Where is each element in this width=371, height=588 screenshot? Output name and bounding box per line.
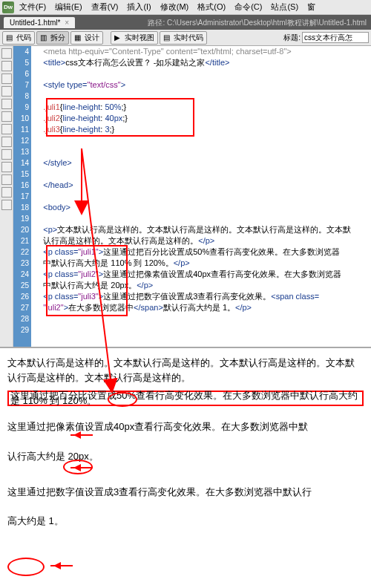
view-toolbar: ▤代码 ▥拆分 ▦设计 ▶实时视图 ▤实时代码 标题: [0, 30, 371, 46]
document-tab[interactable]: Untitled-1.html* × [4, 17, 75, 28]
menu-bar: Dw 文件(F) 编辑(E) 查看(V) 插入(I) 修改(M) 格式(O) 命… [0, 0, 371, 15]
split-view-button[interactable]: ▥拆分 [36, 31, 69, 45]
code-line: </head> [34, 180, 371, 191]
preview-p-default: 文本默认行高是这样的。文本默认行高是这样的。文本默认行高是这样的。文本默认行高是… [7, 356, 364, 385]
code-line: <body> [34, 202, 371, 213]
tool-icon[interactable] [1, 61, 12, 71]
annotation-box: 这里通过把百分比设置成50%查看行高变化效果。在大多数浏览器中默认行高大约是 1… [7, 391, 364, 406]
tool-icon[interactable] [1, 174, 12, 185]
tool-icon[interactable] [1, 124, 12, 134]
code-line: <p class="juli1">这里通过把百分比设置成50%查看行高变化效果。… [34, 246, 371, 258]
code-line: <p class="juli3">这里通过把数字值设置成3查看行高变化效果。<s… [34, 291, 371, 302]
code-line: </style> [34, 157, 371, 169]
tool-palette [0, 46, 13, 347]
split-icon: ▥ [40, 33, 49, 42]
tool-icon[interactable] [1, 74, 12, 84]
path-display: 路径: C:\Users\Administrator\Desktop\html教… [143, 16, 371, 28]
menu-edit[interactable]: 编辑(E) [51, 0, 86, 14]
code-line: <title>css文本行高怎么设置？ -如乐建站之家</title> [34, 57, 371, 68]
code-editor[interactable]: <meta http-equiv="Content-Type" content=… [31, 46, 371, 347]
design-icon: ▦ [74, 33, 83, 42]
tool-icon[interactable] [1, 86, 12, 97]
preview-p-juli3: 这里通过把数字值设置成3查看行高变化效果。在大多数浏览器中默认行高大约是 1。 [7, 477, 364, 535]
tool-icon[interactable] [1, 149, 12, 160]
editor-split-view: 4567891011121314151617181920212223242526… [0, 46, 371, 347]
menu-view[interactable]: 查看(V) [88, 0, 122, 14]
code-icon: ▤ [6, 33, 15, 42]
preview-p-juli2: 这里通过把像素值设置成40px查看行高变化效果。在大多数浏览器中默认行高大约是 … [7, 412, 364, 471]
code-line: .juli3{line-height: 3;} [34, 124, 371, 135]
code-line: <p>文本默认行高是这样的。文本默认行高是这样的。文本默认行高是这样的。文本默 [34, 224, 371, 235]
design-preview: 文本默认行高是这样的。文本默认行高是这样的。文本默认行高是这样的。文本默认行高是… [0, 347, 371, 584]
menu-insert[interactable]: 插入(I) [123, 0, 154, 14]
code-line: .juli1{line-height: 50%;} [34, 102, 371, 113]
code-line: <style type="text/css"> [34, 79, 371, 91]
code-line: 中默认行高大约是 20px。</p> [34, 280, 371, 291]
code-line: <meta http-equiv="Content-Type" content=… [34, 46, 371, 57]
tool-icon[interactable] [1, 162, 12, 172]
tool-icon[interactable] [1, 99, 12, 109]
tab-name: Untitled-1.html* [10, 19, 60, 27]
tool-icon[interactable] [1, 187, 12, 197]
annotation-circle [7, 558, 45, 576]
tool-icon[interactable] [1, 48, 12, 59]
tool-icon[interactable] [1, 137, 12, 147]
preview-p-juli1: 这里通过把百分比设置成50%查看行高变化效果。在大多数浏览器中默认行高大约是 1… [10, 393, 361, 403]
code-line: 认行高是这样的。文本默认行高是这样的。</p> [34, 235, 371, 246]
menu-window[interactable]: 窗 [303, 0, 319, 14]
title-input[interactable] [302, 32, 369, 43]
dreamweaver-logo: Dw [2, 1, 14, 13]
annotation-arrow [50, 565, 73, 566]
menu-modify[interactable]: 修改(M) [157, 0, 193, 14]
code-line: <p class="juli2">这里通过把像素值设置成40px查看行高变化效果… [34, 269, 371, 280]
design-view-button[interactable]: ▦设计 [70, 31, 103, 45]
live-icon: ▶ [114, 33, 123, 42]
code-line: "juli2">在大多数浏览器中</span>默认行高大约是 1。</p> [34, 302, 371, 313]
menu-file[interactable]: 文件(F) [16, 0, 50, 14]
livecode-icon: ▤ [163, 33, 172, 42]
menu-command[interactable]: 命令(C) [231, 0, 266, 14]
live-view-button[interactable]: ▶实时视图 [111, 31, 158, 45]
menu-site[interactable]: 站点(S) [267, 0, 302, 14]
tool-icon[interactable] [1, 200, 12, 210]
livecode-button[interactable]: ▤实时代码 [160, 31, 207, 45]
tool-icon[interactable] [1, 111, 12, 122]
menu-format[interactable]: 格式(O) [194, 0, 229, 14]
code-view-button[interactable]: ▤代码 [2, 31, 35, 45]
code-line: .juli2{line-height: 40px;} [34, 113, 371, 124]
code-line: 中默认行高大约是 110% 到 120%。</p> [34, 258, 371, 269]
tab-close-icon[interactable]: × [65, 19, 69, 27]
line-gutter: 4567891011121314151617181920212223242526… [13, 46, 31, 347]
tab-bar: Untitled-1.html* × 路径: C:\Users\Administ… [0, 15, 371, 30]
title-label: 标题: [283, 33, 301, 43]
